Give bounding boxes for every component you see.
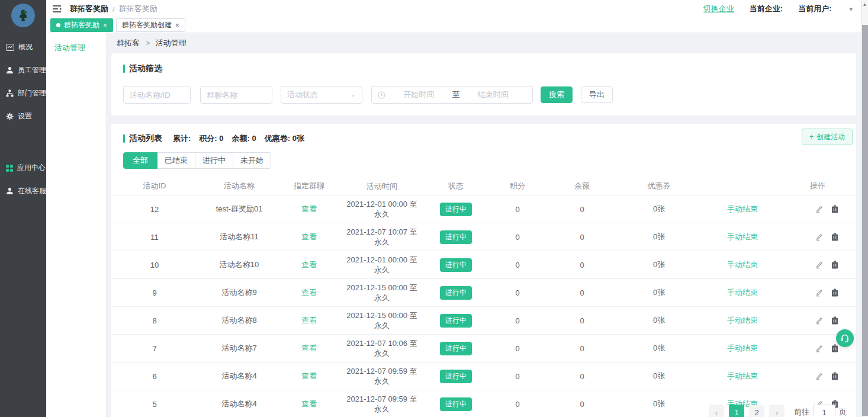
view-group-link[interactable]: 查看 [301, 204, 317, 213]
page-unit-label: 页 [839, 407, 847, 417]
col-header-name: 活动名称 [198, 181, 281, 191]
end-time-placeholder[interactable]: 结束时间 [460, 89, 527, 100]
status-tab-ended[interactable]: 已结束 [157, 152, 195, 169]
time-start: 2021-12-01 00:00 至 [337, 255, 426, 265]
date-range-picker[interactable]: 开始时间 至 结束时间 [371, 86, 533, 104]
create-activity-button[interactable]: + 创建活动 [802, 129, 853, 145]
status-badge: 进行中 [440, 342, 472, 355]
next-page-button[interactable]: › [769, 405, 785, 417]
page-scrollbar[interactable]: ▲ [861, 0, 868, 417]
sidebar-item-employees[interactable]: 员工管理 [0, 59, 46, 82]
breadcrumb-current: 群拓客奖励 [119, 4, 157, 14]
status-tab-ongoing[interactable]: 进行中 [195, 152, 233, 169]
edit-icon[interactable] [815, 233, 823, 241]
start-time-placeholder[interactable]: 开始时间 [385, 89, 452, 100]
view-group-link[interactable]: 查看 [301, 399, 317, 408]
edit-icon[interactable] [815, 372, 823, 380]
page-button-2[interactable]: 2 [749, 405, 764, 417]
page-breadcrumb-root[interactable]: 群拓客 [117, 39, 140, 47]
cell-activity-id: 11 [111, 233, 198, 242]
view-group-link[interactable]: 查看 [301, 371, 317, 380]
view-group-link[interactable]: 查看 [301, 260, 317, 269]
cell-activity-time: 2021-12-07 09:59 至 永久 [337, 394, 426, 414]
delete-icon[interactable] [831, 372, 838, 380]
delete-icon[interactable] [831, 288, 838, 297]
summary-coupons: 优惠卷: 0张 [265, 133, 304, 144]
sidebar-item-app-center[interactable]: 应用中心 [0, 156, 46, 179]
time-start: 2021-12-07 09:59 至 [337, 394, 426, 404]
view-group-link[interactable]: 查看 [301, 232, 317, 241]
manual-end-link[interactable]: 手动结束 [727, 343, 758, 354]
sidebar-item-overview[interactable]: 概况 [0, 36, 46, 59]
sidebar-item-departments[interactable]: 部门管理 [0, 82, 46, 105]
cell-balance: 0 [549, 316, 615, 325]
scrollbar-thumb[interactable] [862, 25, 868, 416]
cell-activity-id: 9 [111, 288, 198, 297]
switch-company-link[interactable]: 切换企业 [703, 4, 734, 14]
manual-end-link[interactable]: 手动结束 [727, 315, 758, 326]
dashboard-icon [6, 44, 14, 51]
customer-service-fab[interactable] [836, 329, 854, 347]
manual-end-link[interactable]: 手动结束 [727, 259, 758, 270]
collapse-menu-icon[interactable] [52, 5, 63, 13]
current-company-label: 当前企业: [750, 4, 783, 14]
edit-icon[interactable] [815, 288, 823, 297]
time-end: 永久 [337, 404, 426, 414]
goto-page-input[interactable] [813, 405, 835, 417]
manual-end-link[interactable]: 手动结束 [727, 287, 758, 298]
search-button[interactable]: 搜索 [541, 86, 573, 103]
status-tab-all[interactable]: 全部 [123, 152, 157, 169]
summary-balance: 余额: 0 [232, 133, 256, 144]
status-tab-not-started[interactable]: 未开始 [233, 152, 271, 169]
close-icon[interactable]: × [103, 21, 107, 30]
avatar[interactable] [11, 4, 35, 27]
manual-end-link[interactable]: 手动结束 [727, 232, 758, 242]
group-name-input[interactable] [200, 86, 272, 104]
cell-actions: 手动结束 [703, 315, 856, 326]
delete-icon[interactable] [831, 205, 838, 213]
user-dropdown-caret-icon[interactable]: ▾ [849, 5, 853, 13]
edit-icon[interactable] [815, 205, 823, 213]
view-group-link[interactable]: 查看 [301, 344, 317, 352]
submenu-item-activity-management[interactable]: 活动管理 [46, 33, 106, 53]
activity-status-select[interactable]: 活动状态 ⌄ [281, 86, 362, 104]
sidebar-item-settings[interactable]: 设置 [0, 105, 46, 128]
status-badge: 进行中 [440, 203, 472, 216]
manual-end-link[interactable]: 手动结束 [727, 371, 758, 381]
edit-icon[interactable] [815, 261, 823, 269]
breadcrumb-root[interactable]: 群拓客奖励 [70, 4, 108, 14]
window-tab-active[interactable]: 群拓客奖励 × [50, 18, 113, 32]
scrollbar-up-arrow-icon[interactable]: ▲ [861, 0, 868, 8]
time-start: 2021-12-15 00:00 至 [337, 310, 426, 320]
delete-icon[interactable] [831, 344, 838, 352]
edit-icon[interactable] [815, 344, 823, 352]
window-tab[interactable]: 群拓客奖励创建 × [116, 18, 185, 32]
table-row: 9 活动名称9 查看 2021-12-15 00:00 至 永久 进行中 0 0… [111, 278, 856, 306]
prev-page-button[interactable]: ‹ [709, 405, 724, 417]
export-button[interactable]: 导出 [581, 86, 613, 103]
delete-icon[interactable] [831, 316, 838, 325]
col-header-actions: 操作 [703, 181, 856, 191]
sidebar-item-online-service[interactable]: 在线客服 [0, 179, 46, 203]
cell-actions: 手动结束 [703, 343, 856, 354]
manual-end-link[interactable]: 手动结束 [727, 204, 758, 214]
page-button-1[interactable]: 1 [729, 405, 744, 417]
time-end: 永久 [337, 265, 426, 275]
view-group-link[interactable]: 查看 [301, 316, 317, 325]
filter-row: 活动状态 ⌄ 开始时间 至 结束时间 搜索 导出 [123, 86, 844, 104]
delete-icon[interactable] [831, 233, 838, 241]
close-icon[interactable]: × [175, 21, 179, 30]
cell-coupons: 0张 [615, 315, 703, 326]
table-row: 8 活动名称8 查看 2021-12-15 00:00 至 永久 进行中 0 0… [111, 306, 856, 334]
time-end: 永久 [337, 348, 426, 358]
delete-icon[interactable] [831, 261, 838, 269]
time-start: 2021-12-15 00:00 至 [337, 283, 426, 293]
cell-balance: 0 [549, 400, 615, 409]
edit-icon[interactable] [815, 316, 823, 325]
activity-list-card: 活动列表 累计: 积分: 0 余额: 0 优惠卷: 0张 + 创建活动 全部 已… [111, 124, 856, 417]
activity-name-input[interactable] [123, 86, 191, 104]
cell-activity-time: 2021-12-07 09:59 至 永久 [337, 366, 426, 386]
view-group-link[interactable]: 查看 [301, 288, 317, 297]
table-row: 6 活动名称4 查看 2021-12-07 09:59 至 永久 进行中 0 0… [111, 362, 856, 390]
apps-icon [6, 165, 13, 172]
